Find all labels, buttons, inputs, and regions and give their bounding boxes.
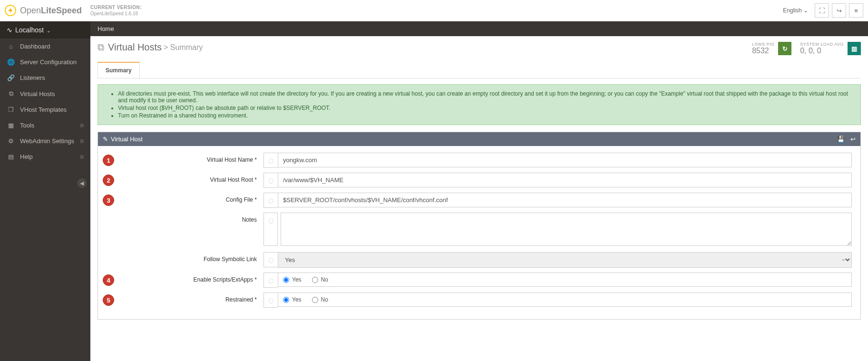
sidebar-item-server-config[interactable]: 🌐Server Configuration — [0, 54, 90, 70]
tabs: Summary — [98, 62, 861, 78]
link-icon: 🔗 — [7, 74, 15, 81]
sidebar-item-help[interactable]: ▤Help⊞ — [0, 149, 90, 165]
logout-button[interactable]: ↪ — [832, 3, 846, 18]
globe-icon: 🌐 — [7, 59, 15, 66]
vh-root-label: Virtual Host Root * — [210, 176, 257, 183]
logo: OpenLiteSpeed — [5, 5, 90, 16]
logo-icon — [5, 5, 16, 16]
symlink-select[interactable]: Yes — [278, 252, 852, 268]
symlink-label: Follow Symbolic Link — [204, 256, 257, 263]
restart-button[interactable]: ↻ — [778, 42, 791, 55]
save-button[interactable]: 💾 — [837, 136, 845, 143]
sidebar-collapse-button[interactable]: ◀ — [77, 178, 87, 188]
help-icon[interactable]: ◌ — [263, 293, 278, 308]
sidebar-item-listeners[interactable]: 🔗Listeners — [0, 70, 90, 86]
annotation-2: 2 — [103, 175, 114, 186]
fullscreen-button[interactable]: ⛶ — [815, 3, 829, 18]
help-icon[interactable]: ◌ — [263, 173, 278, 188]
pid-stat: LSWS PID 8532 — [752, 42, 774, 55]
expand-icon: ⊞ — [80, 123, 84, 128]
sidebar-item-virtual-hosts[interactable]: ⧉Virtual Hosts — [0, 86, 90, 102]
help-icon[interactable]: ◌ — [263, 213, 278, 246]
top-bar: OpenLiteSpeed CURRENT VERSION: OpenLiteS… — [0, 0, 868, 21]
sitemap-icon: ⧉ — [7, 90, 15, 98]
menu-button[interactable]: ≡ — [849, 3, 863, 18]
back-button[interactable]: ↩ — [850, 136, 856, 143]
scripts-yes-radio[interactable]: Yes — [283, 276, 302, 283]
restrained-label: Restrained * — [225, 296, 257, 303]
page-title: ⧉ Virtual Hosts > Summary — [98, 42, 203, 53]
sidebar: ∿Localhost ⌄ ⌂Dashboard 🌐Server Configur… — [0, 21, 90, 361]
help-icon[interactable]: ◌ — [263, 273, 278, 288]
sidebar-item-dashboard[interactable]: ⌂Dashboard — [0, 39, 90, 54]
load-stat: SYSTEM LOAD AVG 0, 0, 0 — [800, 42, 844, 55]
edit-icon: ✎ — [103, 136, 108, 143]
vh-name-label: Virtual Host Name * — [207, 156, 257, 163]
version-label: CURRENT VERSION: — [90, 4, 142, 10]
signal-icon: ∿ — [7, 26, 12, 34]
book-icon: ▤ — [7, 153, 15, 160]
expand-icon: ⊞ — [80, 138, 84, 144]
help-icon[interactable]: ◌ — [263, 193, 278, 208]
logo-text: OpenLiteSpeed — [20, 6, 82, 16]
sidebar-item-tools[interactable]: ▦Tools⊞ — [0, 117, 90, 133]
realtime-stats-button[interactable]: ▥ — [848, 42, 861, 55]
notice-item: All directories must pre-exist. This web… — [118, 90, 854, 104]
restrained-no-radio[interactable]: No — [312, 296, 328, 303]
scripts-label: Enable Scripts/ExtApps * — [194, 276, 257, 283]
config-file-label: Config File * — [226, 196, 257, 203]
config-file-input[interactable] — [278, 193, 852, 207]
language-selector[interactable]: English ⌄ — [779, 5, 812, 16]
virtual-host-panel: ✎ Virtual Host 💾 ↩ 1Virtual Host Name * … — [98, 132, 861, 320]
restrained-yes-radio[interactable]: Yes — [283, 296, 302, 303]
annotation-5: 5 — [103, 294, 114, 306]
clone-icon: ❐ — [7, 106, 15, 113]
chevron-down-icon: ⌄ — [803, 7, 808, 14]
sidebar-item-vhost-templates[interactable]: ❐VHost Templates — [0, 102, 90, 117]
panel-title: Virtual Host — [111, 136, 143, 143]
sidebar-host[interactable]: ∿Localhost ⌄ — [0, 21, 90, 39]
annotation-3: 3 — [103, 195, 114, 206]
scripts-no-radio[interactable]: No — [312, 276, 328, 283]
notice-item: Virtual host root ($VH_ROOT) can be abso… — [118, 105, 854, 111]
notice-item: Turn on Restrained in a shared hosting e… — [118, 112, 854, 119]
info-notice: All directories must pre-exist. This web… — [98, 84, 861, 125]
annotation-1: 1 — [103, 155, 114, 166]
home-icon: ⌂ — [7, 43, 15, 50]
tab-summary[interactable]: Summary — [98, 62, 140, 78]
breadcrumb: Home — [90, 21, 868, 36]
expand-icon: ⊞ — [80, 154, 84, 159]
help-icon[interactable]: ◌ — [263, 153, 278, 168]
vh-name-input[interactable] — [278, 153, 852, 167]
virtual-hosts-icon: ⧉ — [98, 42, 104, 53]
version-block: CURRENT VERSION: OpenLiteSpeed 1.6.18 — [90, 4, 142, 17]
chevron-down-icon: ⌄ — [47, 28, 50, 33]
notes-input[interactable] — [281, 213, 852, 246]
vh-root-input[interactable] — [278, 173, 852, 187]
gear-icon: ⚙ — [7, 137, 15, 145]
notes-label: Notes — [242, 216, 257, 223]
grid-icon: ▦ — [7, 122, 15, 129]
annotation-4: 4 — [103, 274, 114, 286]
sidebar-item-webadmin[interactable]: ⚙WebAdmin Settings⊞ — [0, 133, 90, 149]
help-icon[interactable]: ◌ — [263, 252, 278, 267]
version-value: OpenLiteSpeed 1.6.18 — [90, 10, 142, 17]
